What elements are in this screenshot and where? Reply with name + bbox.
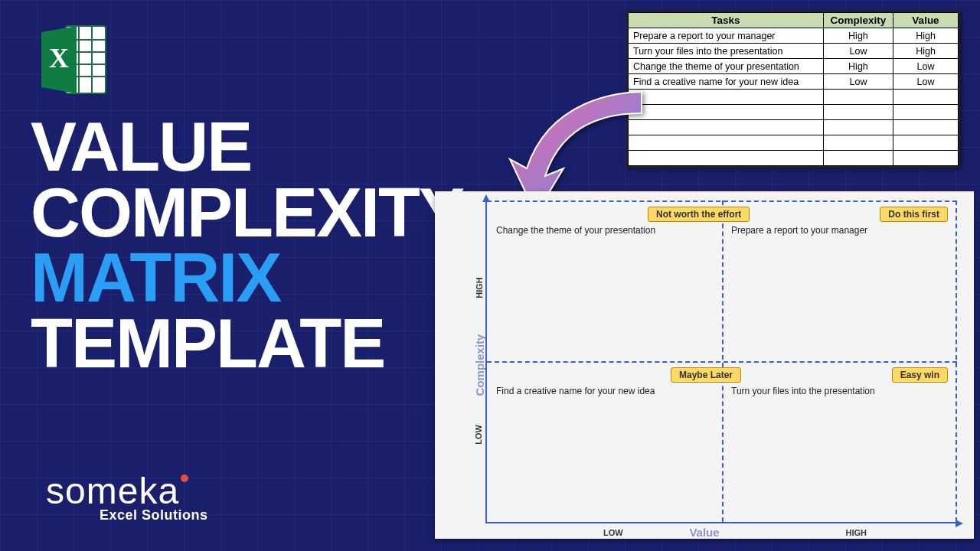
brand-subtitle: Excel Solutions: [100, 507, 208, 523]
table-row-empty: [629, 120, 959, 135]
table-row: Find a creative name for your new ideaLo…: [629, 74, 959, 90]
table-row-empty: [629, 151, 959, 166]
cell-task: Prepare a report to your manager: [629, 28, 824, 44]
cell-task: Turn your files into the presentation: [629, 44, 824, 59]
cell-value: High: [893, 28, 959, 44]
value-complexity-chart: Complexity HIGH LOW Not worth the effort…: [435, 191, 974, 539]
brand-logo: someka Excel Solutions: [46, 470, 208, 523]
quad-label-maybe: Maybe Later: [671, 367, 741, 383]
cell-task: Change the theme of your presentation: [629, 59, 824, 74]
table-row-empty: [629, 105, 959, 120]
quad-item-tl: Change the theme of your presentation: [496, 225, 655, 236]
cell-complexity: Low: [823, 74, 893, 90]
x-axis-label: Value: [689, 526, 719, 539]
title-line-1: VALUE: [31, 115, 463, 181]
title-block: VALUE COMPLEXITY MATRIX TEMPLATE: [31, 115, 463, 377]
excel-icon: X: [35, 21, 112, 101]
table-row-empty: [629, 135, 959, 151]
title-line-3: MATRIX: [31, 246, 463, 311]
y-tick-high: HIGH: [475, 277, 484, 298]
title-line-4: TEMPLATE: [31, 311, 463, 377]
cell-value: Low: [893, 59, 959, 74]
quad-label-easy-win: Easy win: [892, 367, 948, 383]
v-divider: [722, 201, 724, 522]
brand-name: someka: [46, 471, 179, 511]
cell-complexity: Low: [823, 44, 893, 59]
col-complexity: Complexity: [823, 13, 893, 28]
cell-value: High: [893, 44, 959, 59]
col-value: Value: [893, 13, 959, 28]
tasks-table: Tasks Complexity Value Prepare a report …: [626, 11, 960, 168]
x-tick-low: LOW: [603, 528, 623, 537]
table-row: Change the theme of your presentationHig…: [629, 59, 959, 74]
cell-complexity: High: [823, 59, 893, 74]
col-tasks: Tasks: [629, 13, 824, 28]
table-row: Prepare a report to your managerHighHigh: [629, 28, 959, 44]
svg-text:X: X: [49, 43, 69, 73]
x-tick-high: HIGH: [846, 528, 867, 537]
quad-item-br: Turn your files into the presentation: [731, 386, 875, 396]
title-line-2: COMPLEXITY: [31, 181, 463, 246]
quad-label-do-first: Do this first: [880, 207, 948, 222]
brand-dot-icon: [181, 474, 188, 482]
quad-item-tr: Prepare a report to your manager: [731, 225, 867, 236]
y-axis-label: Complexity: [473, 334, 486, 396]
cell-value: Low: [893, 74, 959, 90]
y-tick-low: LOW: [474, 425, 483, 445]
table-row: Turn your files into the presentationLow…: [629, 44, 959, 59]
quad-item-bl: Find a creative name for your new idea: [496, 386, 655, 396]
plot-area: Not worth the effort Do this first Maybe…: [485, 201, 957, 523]
table-row-empty: [629, 90, 959, 105]
quad-label-not-worth: Not worth the effort: [648, 207, 750, 222]
cell-complexity: High: [823, 28, 893, 44]
table-header-row: Tasks Complexity Value: [629, 13, 959, 28]
